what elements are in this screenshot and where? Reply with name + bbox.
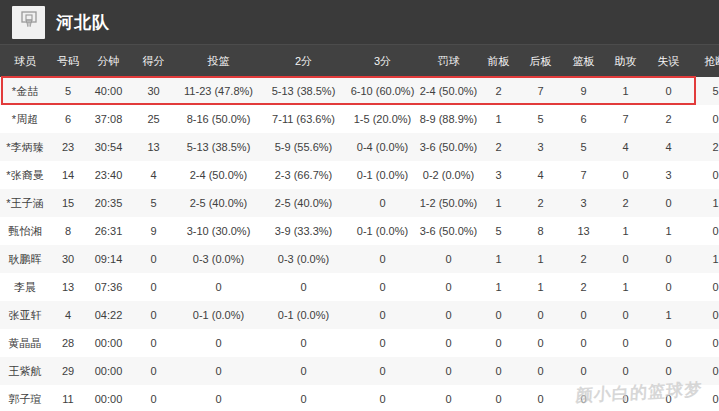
table-row: 黄晶晶2800:0000000000000	[0, 329, 719, 357]
table-cell: 0	[605, 245, 646, 273]
table-cell: 0	[605, 329, 646, 357]
table-cell: 29	[50, 357, 86, 385]
table-cell: 0	[519, 301, 562, 329]
table-cell: 3	[646, 161, 691, 189]
table-cell: 23:40	[86, 161, 131, 189]
table-cell: 0	[562, 357, 605, 385]
team-name-title: 河北队	[56, 11, 110, 34]
table-cell: 1	[605, 77, 646, 105]
table-cell: 1	[646, 301, 691, 329]
table-cell: 0	[646, 77, 691, 105]
table-cell: 25	[131, 105, 176, 133]
table-cell: 0	[419, 245, 478, 273]
table-cell: 0	[176, 385, 261, 411]
table-cell: 1	[478, 273, 519, 301]
table-row: 甄怡湘826:3193-10 (30.0%)3-9 (33.3%)0-1 (0.…	[0, 217, 719, 245]
table-cell: 0	[346, 245, 419, 273]
table-cell: 0	[605, 357, 646, 385]
table-cell: 0	[605, 161, 646, 189]
column-header: 号码	[50, 45, 86, 78]
table-cell: 3-6 (50.0%)	[419, 133, 478, 161]
table-cell: 9	[131, 217, 176, 245]
table-row: 耿鹏晖3009:1400-3 (0.0%)0-3 (0.0%)00112001	[0, 245, 719, 273]
table-cell: 0	[562, 329, 605, 357]
table-cell: 0	[691, 301, 719, 329]
table-cell: 1	[605, 273, 646, 301]
table-cell: 4	[646, 133, 691, 161]
table-cell: 40:00	[86, 77, 131, 105]
table-cell: 00:00	[86, 357, 131, 385]
table-cell: 0	[261, 385, 346, 411]
table-cell: 0	[419, 301, 478, 329]
table-cell: 5	[50, 77, 86, 105]
table-cell: 1	[646, 217, 691, 245]
table-cell: 0	[419, 385, 478, 411]
table-cell: 2	[646, 105, 691, 133]
table-cell: 2	[519, 189, 562, 217]
table-cell: 20:35	[86, 189, 131, 217]
column-header: 失误	[646, 45, 691, 78]
table-cell: 1-2 (50.0%)	[419, 189, 478, 217]
table-cell: 5	[562, 133, 605, 161]
table-cell: 4	[605, 133, 646, 161]
table-cell: 5	[519, 105, 562, 133]
table-cell: 0-1 (0.0%)	[261, 301, 346, 329]
table-cell: 2-4 (50.0%)	[176, 161, 261, 189]
table-cell: 0	[646, 329, 691, 357]
table-cell: 3	[519, 133, 562, 161]
table-cell: 0	[419, 273, 478, 301]
table-header-row: 球员号码分钟得分投篮2分3分罚球前板后板篮板助攻失误抢断	[0, 45, 719, 78]
table-cell: 30	[131, 77, 176, 105]
table-cell: 0	[346, 357, 419, 385]
table-cell: *金喆	[0, 77, 50, 105]
table-cell: 0-1 (0.0%)	[346, 161, 419, 189]
table-cell: 2	[562, 245, 605, 273]
table-cell: 0	[261, 329, 346, 357]
table-row: 张亚轩404:2200-1 (0.0%)0-1 (0.0%)00000010	[0, 301, 719, 329]
table-cell: 8-16 (50.0%)	[176, 105, 261, 133]
table-cell: 14	[50, 161, 86, 189]
column-header: 罚球	[419, 45, 478, 78]
table-cell: 2	[562, 273, 605, 301]
column-header: 投篮	[176, 45, 261, 78]
table-cell: 0	[562, 385, 605, 411]
table-cell: 15	[50, 189, 86, 217]
stats-table-container: 球员号码分钟得分投篮2分3分罚球前板后板篮板助攻失误抢断 *金喆540:0030…	[0, 44, 719, 411]
table-cell: 0-4 (0.0%)	[346, 133, 419, 161]
table-cell: 00:00	[86, 385, 131, 411]
table-cell: 郭子瑄	[0, 385, 50, 411]
table-cell: 00:00	[86, 329, 131, 357]
table-row: *金喆540:003011-23 (47.8%)5-13 (38.5%)6-10…	[0, 77, 719, 105]
table-cell: 3-9 (33.3%)	[261, 217, 346, 245]
table-cell: 1	[519, 245, 562, 273]
table-cell: 0	[346, 301, 419, 329]
table-cell: 5-9 (55.6%)	[261, 133, 346, 161]
table-cell: 13	[50, 273, 86, 301]
table-cell: 28	[50, 329, 86, 357]
table-row: 王紫航2900:0000000000000	[0, 357, 719, 385]
table-cell: 0	[519, 329, 562, 357]
table-cell: 6	[50, 105, 86, 133]
table-cell: 3	[562, 189, 605, 217]
table-cell: 0	[131, 301, 176, 329]
table-cell: 0	[131, 385, 176, 411]
table-cell: 0-3 (0.0%)	[176, 245, 261, 273]
table-row: *张裔曼1423:4042-4 (50.0%)2-3 (66.7%)0-1 (0…	[0, 161, 719, 189]
table-cell: 0	[346, 273, 419, 301]
table-cell: 0	[691, 105, 719, 133]
column-header: 篮板	[562, 45, 605, 78]
table-cell: 0	[478, 385, 519, 411]
table-cell: 2-3 (66.7%)	[261, 161, 346, 189]
table-cell: 5	[691, 77, 719, 105]
table-cell: 3-10 (30.0%)	[176, 217, 261, 245]
table-cell: 2-4 (50.0%)	[419, 77, 478, 105]
table-cell: 0	[691, 385, 719, 411]
table-cell: 1-5 (20.0%)	[346, 105, 419, 133]
table-cell: 4	[519, 161, 562, 189]
table-cell: 7	[519, 77, 562, 105]
table-cell: 0	[646, 273, 691, 301]
table-cell: 8-9 (88.9%)	[419, 105, 478, 133]
column-header: 前板	[478, 45, 519, 78]
page: 河北队 球员号码分钟得分投篮2分3分罚球前板后板篮板助攻失误抢断 *金喆540:…	[0, 0, 719, 411]
table-cell: 8	[50, 217, 86, 245]
